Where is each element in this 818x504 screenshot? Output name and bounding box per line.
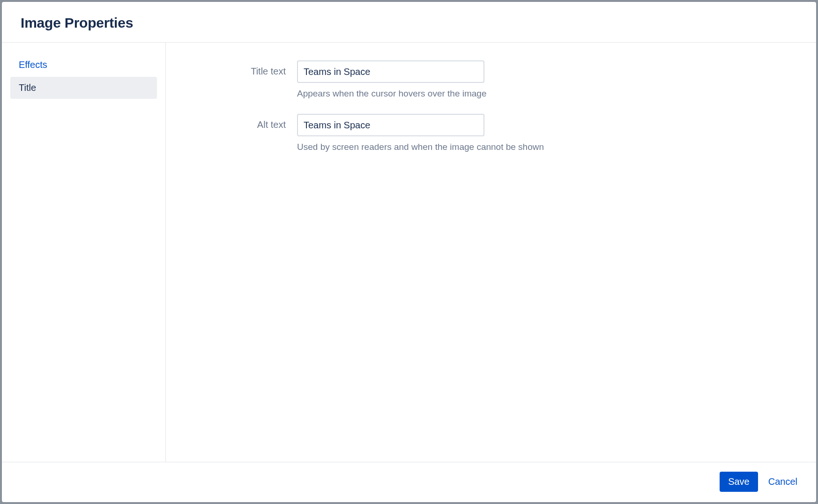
alt-text-hint: Used by screen readers and when the imag…: [297, 142, 544, 152]
title-text-hint: Appears when the cursor hovers over the …: [297, 89, 487, 99]
alt-text-label: Alt text: [185, 114, 297, 130]
form-row-alt-text: Alt text Used by screen readers and when…: [185, 114, 797, 152]
dialog-title: Image Properties: [21, 15, 797, 31]
title-text-field-wrapper: Appears when the cursor hovers over the …: [297, 60, 487, 99]
dialog-footer: Save Cancel: [2, 462, 816, 502]
sidebar: Effects Title: [2, 43, 166, 462]
title-text-input[interactable]: [297, 60, 484, 83]
cancel-button[interactable]: Cancel: [766, 472, 799, 492]
dialog-header: Image Properties: [2, 2, 816, 43]
sidebar-item-effects[interactable]: Effects: [10, 54, 157, 76]
save-button[interactable]: Save: [720, 472, 758, 492]
sidebar-item-label: Title: [19, 82, 36, 93]
alt-text-input[interactable]: [297, 114, 484, 136]
form-row-title-text: Title text Appears when the cursor hover…: [185, 60, 797, 99]
image-properties-dialog: Image Properties Effects Title Title tex…: [2, 2, 816, 502]
dialog-body: Effects Title Title text Appears when th…: [2, 43, 816, 462]
sidebar-item-title[interactable]: Title: [10, 77, 157, 99]
content-panel: Title text Appears when the cursor hover…: [166, 43, 816, 462]
alt-text-field-wrapper: Used by screen readers and when the imag…: [297, 114, 544, 152]
sidebar-item-label: Effects: [19, 59, 47, 70]
title-text-label: Title text: [185, 60, 297, 77]
